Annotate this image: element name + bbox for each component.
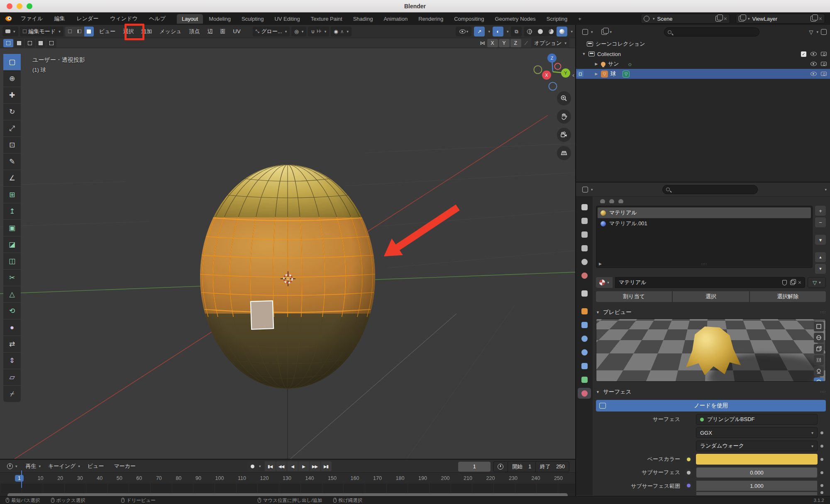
mirror-axis-button[interactable]: Z [510, 39, 521, 47]
pan-view-button[interactable] [557, 110, 571, 124]
animate-dot[interactable] [820, 484, 823, 487]
tab-constraints[interactable] [578, 360, 591, 371]
tab-render[interactable] [578, 215, 591, 226]
radius-value-field[interactable]: 0.200 [696, 492, 818, 495]
rendered-shading-button[interactable] [557, 27, 567, 37]
tab-particles[interactable] [578, 333, 591, 344]
xray-toggle[interactable]: ⧉ [511, 27, 522, 37]
animate-dot[interactable] [820, 431, 823, 434]
app-menu-item[interactable]: 編集 [49, 15, 70, 22]
subsurface-socket[interactable] [685, 469, 692, 476]
disable-render-toggle[interactable] [821, 72, 827, 76]
outliner-row-sphere[interactable]: ▶ ▽ 球 ▽ [576, 69, 830, 79]
tab-scene[interactable] [578, 256, 591, 267]
new-collection-button[interactable] [821, 29, 827, 35]
remove-material-slot-button[interactable]: − [815, 217, 826, 227]
tab-compositing[interactable]: Compositing [449, 14, 489, 24]
tool-extrude-region[interactable]: ↥ [3, 203, 21, 219]
minimize-window-button[interactable] [17, 3, 22, 9]
viewport-menu-item[interactable]: 辺 [204, 25, 217, 38]
options-dropdown[interactable]: オプション ▾ [531, 38, 569, 48]
tab-modifiers[interactable] [578, 319, 591, 330]
tab-physics[interactable] [578, 347, 591, 358]
tool-move[interactable]: ✚ [3, 87, 21, 103]
distribution-dropdown[interactable]: GGX [696, 427, 818, 438]
preview-hair-button[interactable] [814, 355, 824, 365]
tool-smooth[interactable]: ● [3, 319, 21, 336]
jump-next-keyframe-button[interactable]: ▶▶ [310, 461, 320, 471]
select-mode-invert-button[interactable] [36, 39, 46, 47]
material-slot-row[interactable]: マテリアル [598, 207, 811, 218]
current-frame-field[interactable]: 1 [458, 462, 491, 472]
outliner-display-mode-dropdown[interactable]: ▾ [579, 27, 596, 37]
tab-texture-paint[interactable]: Texture Paint [306, 14, 347, 24]
auto-keyframe-button[interactable] [247, 461, 258, 471]
tool-loop-cut[interactable]: ◫ [3, 253, 21, 269]
tab-modeling[interactable]: Modeling [204, 14, 236, 24]
animate-dot[interactable] [820, 445, 823, 448]
close-window-button[interactable] [7, 3, 12, 9]
visibility-dropdown[interactable]: ▾ [456, 27, 471, 37]
tab-uv-editing[interactable]: UV Editing [269, 14, 305, 24]
tab-shading[interactable]: Shading [348, 14, 378, 24]
copy-material-icon[interactable] [790, 280, 795, 285]
snap-group[interactable]: ∪ ⊦⊦ ▾ [308, 27, 329, 37]
viewport-menu-item[interactable]: 面 [217, 25, 229, 38]
camera-view-button[interactable] [557, 128, 571, 142]
outliner-row-sun[interactable]: ▶ サン ☼ [576, 59, 830, 69]
show-overlays-toggle[interactable]: ◐ [493, 27, 503, 37]
playhead[interactable] [21, 470, 22, 488]
jump-prev-keyframe-button[interactable]: ◀◀ [276, 461, 287, 471]
expander-icon[interactable]: ▼ [582, 52, 586, 56]
unlink-material-icon[interactable]: × [798, 279, 801, 286]
select-mode-extend-button[interactable] [14, 39, 24, 47]
view-layer-name[interactable]: ViewLayer [752, 16, 808, 22]
viewport-menu-item[interactable]: 頂点 [186, 25, 204, 38]
tab-layout[interactable]: Layout [177, 14, 203, 24]
mode-selector[interactable]: 編集モード ▾ [20, 27, 63, 37]
outliner-filter-id-dropdown[interactable]: ▾ [598, 27, 615, 37]
animate-dot[interactable] [820, 471, 823, 474]
solid-shading-button[interactable] [535, 27, 546, 37]
vertex-select-mode-button[interactable] [65, 27, 75, 37]
tab-sculpting[interactable]: Sculpting [237, 14, 269, 24]
frame-start-field[interactable]: 開始1 [508, 462, 535, 472]
preview-panel-header[interactable]: ▼ プレビュー ∷∷ [596, 306, 826, 319]
tab-rendering[interactable]: Rendering [413, 14, 448, 24]
select-mode-subtract-button[interactable] [25, 39, 35, 47]
editor-type-3d-viewport-button[interactable]: ▾ [2, 27, 18, 37]
tool-select-box[interactable]: ▢ [3, 54, 21, 70]
jump-to-start-button[interactable]: ▮◀ [265, 461, 276, 471]
scene-name[interactable]: Scene [657, 16, 713, 22]
move-slot-down-button[interactable]: ▼ [815, 264, 826, 274]
radius-value-field[interactable]: 1.000 [696, 480, 818, 491]
tab-material[interactable] [578, 388, 591, 399]
face-select-mode-button[interactable] [84, 27, 94, 37]
radius-socket[interactable] [685, 482, 692, 489]
animate-dot[interactable] [820, 458, 823, 461]
tab-world[interactable] [578, 270, 591, 281]
material-slot-list[interactable]: マテリアル マテリアル.001 ▶ ∷∷ [596, 206, 813, 268]
tool-scale[interactable]: ⤢ [3, 120, 21, 136]
preview-flat-button[interactable] [814, 321, 824, 331]
transform-orientation-dropdown[interactable]: ⤡ グロー... ▾ [253, 27, 290, 37]
fake-user-icon[interactable] [782, 280, 787, 285]
hide-eye-toggle[interactable] [810, 62, 817, 66]
filter-icon[interactable]: ▽ [809, 29, 813, 35]
editor-type-properties-button[interactable]: ▾ [579, 185, 596, 195]
tool-bevel[interactable]: ◪ [3, 236, 21, 253]
preview-shaderball-button[interactable] [814, 366, 824, 376]
select-mode-set-button[interactable] [3, 39, 13, 47]
properties-search-input[interactable] [662, 185, 758, 194]
deselect-button[interactable]: 選択解除 [750, 291, 826, 302]
wireframe-shading-button[interactable] [524, 27, 535, 37]
play-reverse-button[interactable]: ◀ [287, 461, 298, 471]
base-color-swatch[interactable] [696, 454, 818, 465]
preview-sphere-button[interactable] [814, 333, 824, 343]
outliner-row-scene-collection[interactable]: シーンコレクション [576, 39, 830, 49]
base-color-socket[interactable] [685, 456, 692, 463]
add-material-slot-button[interactable]: + [815, 206, 826, 216]
surface-panel-header[interactable]: ▼ サーフェス ∷∷ [596, 386, 826, 398]
editor-type-timeline-button[interactable]: ▾ [3, 463, 21, 469]
mirror-axis-button[interactable]: Y [499, 39, 510, 47]
